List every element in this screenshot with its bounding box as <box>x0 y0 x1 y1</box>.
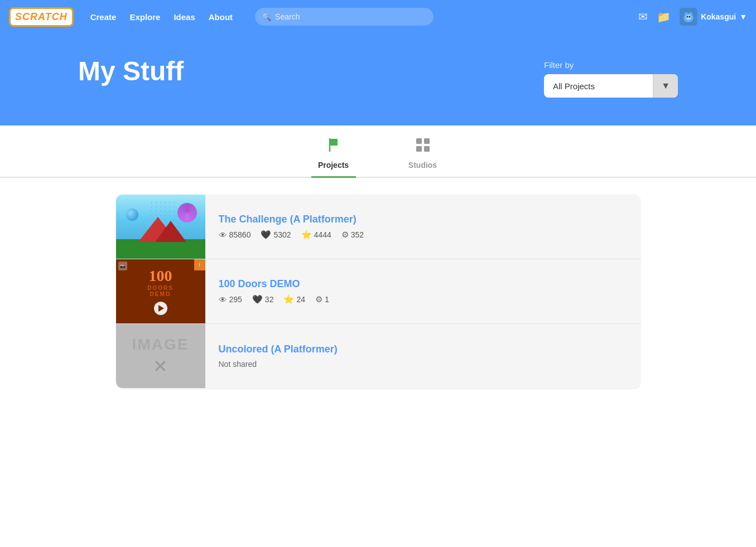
svg-point-5 <box>687 16 688 18</box>
svg-rect-9 <box>416 146 422 152</box>
stat-remixes-1: ⚙ 352 <box>341 230 364 240</box>
tab-projects[interactable]: Projects <box>311 137 356 178</box>
svg-rect-8 <box>424 138 430 144</box>
project-info-2: 100 Doors DEMO 👁 295 🖤 32 ⭐ 24 ⚙ 1 <box>205 259 343 323</box>
project-thumb-2: 100 DOORS DEMO 📷 ! <box>116 259 205 323</box>
remix-icon-2: ⚙ <box>315 294 322 304</box>
filter-label: Filter by <box>544 60 574 70</box>
project-info-1: The Challenge (A Platformer) 👁 85860 🖤 5… <box>205 195 378 259</box>
filter-dropdown[interactable]: All Projects ▼ <box>544 74 678 98</box>
filter-value: All Projects <box>544 75 653 98</box>
fav-icon-1: ⭐ <box>301 230 312 240</box>
search-wrap: 🔍 <box>255 8 434 26</box>
table-row: The Challenge (A Platformer) 👁 85860 🖤 5… <box>116 195 641 259</box>
search-icon: 🔍 <box>262 12 271 21</box>
not-shared-label: Not shared <box>219 360 338 369</box>
svg-rect-10 <box>424 146 430 152</box>
remix-icon-1: ⚙ <box>341 230 349 240</box>
nav-about[interactable]: About <box>203 9 238 25</box>
nav-create[interactable]: Create <box>85 9 122 25</box>
stat-loves-2: 🖤 32 <box>252 294 274 304</box>
projects-list: The Challenge (A Platformer) 👁 85860 🖤 5… <box>116 195 641 388</box>
table-row: 100 DOORS DEMO 📷 ! 100 Doors DEMO 👁 295 <box>116 259 641 324</box>
table-row: IMAGE ✕ Uncolored (A Platformer) Not sha… <box>116 324 641 388</box>
project-title-2[interactable]: 100 Doors DEMO <box>219 278 329 290</box>
project-stats-2: 👁 295 🖤 32 ⭐ 24 ⚙ 1 <box>219 294 329 304</box>
avatar <box>680 8 697 26</box>
studios-icon <box>415 137 431 157</box>
views-count-2: 295 <box>229 295 242 304</box>
views-count-1: 85860 <box>229 230 251 239</box>
svg-rect-7 <box>416 138 422 144</box>
view-icon-1: 👁 <box>219 230 227 240</box>
search-input[interactable] <box>255 8 434 26</box>
project-thumb-3: IMAGE ✕ <box>116 324 205 388</box>
svg-point-4 <box>686 14 691 20</box>
project-title-3[interactable]: Uncolored (A Platformer) <box>219 343 338 355</box>
project-thumb-1 <box>116 195 205 259</box>
stat-loves-1: 🖤 5302 <box>261 230 291 240</box>
nav-explore[interactable]: Explore <box>124 9 166 25</box>
username: Kokasgui <box>701 12 736 21</box>
remixes-count-2: 1 <box>325 295 329 304</box>
stat-views-1: 👁 85860 <box>219 230 251 240</box>
folder-icon[interactable]: 📁 <box>657 10 671 23</box>
stat-remixes-2: ⚙ 1 <box>315 294 329 304</box>
stat-favorites-1: ⭐ 4444 <box>301 230 331 240</box>
filter-area: Filter by All Projects ▼ <box>544 60 678 98</box>
svg-point-6 <box>689 16 691 18</box>
project-title-1[interactable]: The Challenge (A Platformer) <box>219 214 364 225</box>
remixes-count-1: 352 <box>351 230 364 239</box>
nav-ideas[interactable]: Ideas <box>168 9 200 25</box>
tab-studios-label: Studios <box>408 161 437 170</box>
filter-dropdown-arrow: ▼ <box>653 74 678 98</box>
tab-projects-label: Projects <box>318 161 349 170</box>
navbar: SCRATCH Create Explore Ideas About 🔍 ✉ 📁 <box>0 0 756 33</box>
hero-section: My Stuff Filter by All Projects ▼ <box>0 33 756 125</box>
scratch-logo[interactable]: SCRATCH <box>9 7 74 27</box>
project-stats-1: 👁 85860 🖤 5302 ⭐ 4444 ⚙ 352 <box>219 230 364 240</box>
favorites-count-2: 24 <box>296 295 305 304</box>
stat-favorites-2: ⭐ 24 <box>283 294 305 304</box>
loves-count-1: 5302 <box>273 230 291 239</box>
project-info-3: Uncolored (A Platformer) Not shared <box>205 324 351 388</box>
love-icon-1: 🖤 <box>261 230 271 240</box>
love-icon-2: 🖤 <box>252 294 263 304</box>
loves-count-2: 32 <box>265 295 274 304</box>
nav-right: ✉ 📁 Kokasgui ▼ <box>638 8 747 26</box>
view-icon-2: 👁 <box>219 295 227 304</box>
tabs-section: Projects Studios <box>0 125 756 178</box>
nav-links: Create Explore Ideas About <box>85 9 238 25</box>
favorites-count-1: 4444 <box>314 230 331 239</box>
page-title: My Stuff <box>78 56 184 86</box>
stat-views-2: 👁 295 <box>219 295 242 304</box>
mail-icon[interactable]: ✉ <box>638 10 648 23</box>
tab-studios[interactable]: Studios <box>401 137 445 177</box>
image-placeholder-text: IMAGE <box>132 336 189 354</box>
user-dropdown-icon: ▼ <box>739 12 747 21</box>
projects-icon <box>325 137 342 157</box>
user-menu[interactable]: Kokasgui ▼ <box>680 8 747 26</box>
fav-icon-2: ⭐ <box>283 294 294 304</box>
